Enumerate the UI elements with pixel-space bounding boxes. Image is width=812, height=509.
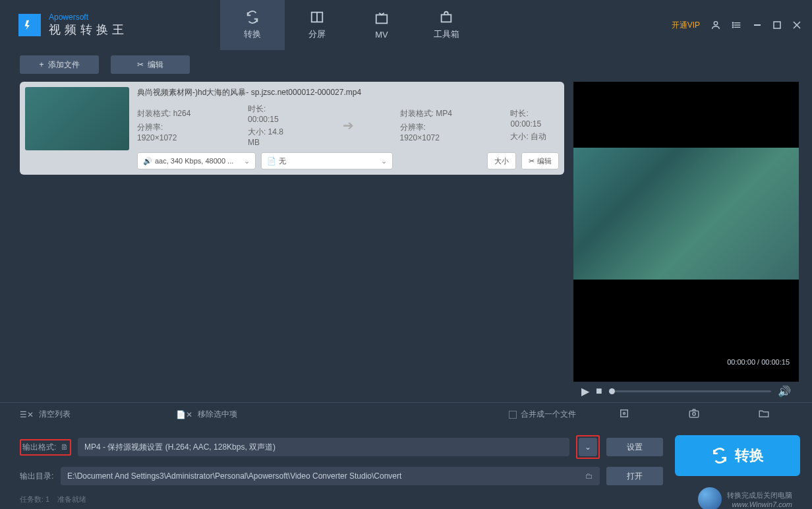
tab-convert-label: 转换 [244,28,261,40]
seek-bar[interactable] [609,390,771,392]
title-right: 开通VIP [672,0,812,50]
edit-button[interactable]: ✂编辑 [111,55,190,74]
src-resolution: 分辨率: 1920×1072 [137,122,202,142]
convert-button[interactable]: 转换 [675,435,800,476]
tab-mv-label: MV [375,30,388,40]
list-action-bar: ☰✕清空列表 📄✕移除选中项 合并成一个文件 [0,402,812,426]
vip-link[interactable]: 开通VIP [672,20,700,31]
stop-button[interactable]: ■ [596,385,602,397]
player-controls: ▶ ■ 🔊 [573,382,799,400]
svg-rect-2 [376,15,388,23]
tab-toolbox-label: 工具箱 [434,28,459,40]
svg-point-9 [732,24,733,25]
dst-resolution: 分辨率: 1920×1072 [400,122,465,142]
output-format-field[interactable]: MP4 - 保持源视频设置 (H.264; AAC, 128Kbps, 双声道) [78,438,569,456]
dst-size: 大小: 自动 [510,131,559,142]
subtitle-icon: 📄 [267,157,276,165]
main-tabs: 转换 分屏 MV 工具箱 [220,0,478,50]
svg-rect-17 [689,411,699,417]
src-size: 大小: 14.8 MB [248,127,297,147]
scissors-icon: ✂ [529,157,535,165]
status-ready: 准备就绪 [57,494,86,504]
svg-point-16 [624,412,625,414]
app-logo-icon [18,14,41,36]
audio-track-dropdown[interactable]: 🔊aac, 340 Kbps, 48000 ...⌄ [137,152,256,169]
preview-panel: 00:00:00 / 00:00:15 ▶ ■ 🔊 [573,82,799,382]
format-icon: 🗎 [61,442,69,452]
src-duration: 时长: 00:00:15 [248,104,297,124]
windows-logo-icon [698,487,722,509]
logo-area: Apowersoft 视频转换王 [0,0,128,50]
format-dropdown-button[interactable]: ⌄ [579,438,597,456]
plus-icon: + [39,60,44,69]
chevron-down-icon: ⌄ [244,157,250,165]
open-button[interactable]: 打开 [606,467,663,485]
svg-rect-3 [442,15,451,22]
clear-list-button[interactable]: ☰✕清空列表 [20,409,71,420]
file-item[interactable]: 典尚视频素材网-)hd大海的风暴- sp.jzsc.net000012-0000… [20,82,564,175]
brand-name: Apowersoft [49,13,128,22]
app-title: 视频转换王 [49,22,128,38]
play-button[interactable]: ▶ [581,385,589,398]
close-button[interactable] [792,20,801,30]
preview-time: 00:00:00 / 00:00:15 [727,358,790,366]
volume-button[interactable]: 🔊 [778,385,791,398]
svg-point-8 [732,22,733,23]
title-bar: Apowersoft 视频转换王 转换 分屏 MV 工具箱 开通VIP [0,0,812,50]
minimize-button[interactable] [753,20,762,30]
file-thumbnail [25,87,129,150]
shutdown-after-label: 转换完成后关闭电脑 [727,491,792,500]
merge-checkbox[interactable]: 合并成一个文件 [509,409,576,420]
seek-thumb[interactable] [609,388,615,394]
dst-codec: 封装格式: MP4 [400,108,465,119]
svg-rect-15 [621,409,628,417]
svg-point-10 [732,27,733,28]
tab-split[interactable]: 分屏 [285,0,349,50]
folder-icon[interactable]: 🗀 [585,471,593,481]
toolbar: +添加文件 ✂编辑 [0,50,812,74]
dst-duration: 时长: 00:00:15 [510,108,559,129]
tab-toolbox[interactable]: 工具箱 [414,0,478,50]
task-count: 任务数: 1 [20,494,49,504]
remove-selected-button[interactable]: 📄✕移除选中项 [176,409,237,420]
watermark-url: www.Winwin7.com [732,500,792,508]
clear-icon: ☰✕ [20,410,34,419]
svg-point-18 [693,412,696,415]
preview-frame [573,148,799,280]
src-codec: 封装格式: h264 [137,108,202,119]
tab-split-label: 分屏 [308,28,326,40]
item-edit-button[interactable]: ✂编辑 [521,152,559,169]
svg-point-4 [714,22,717,25]
size-button[interactable]: 大小 [487,152,516,169]
remove-icon: 📄✕ [176,410,192,419]
tab-mv[interactable]: MV [349,0,414,50]
output-settings: 输出格式: 🗎 MP4 - 保持源视频设置 (H.264; AAC, 128Kb… [0,426,812,489]
subtitle-dropdown[interactable]: 📄无⌄ [261,152,393,169]
scissors-icon: ✂ [137,60,144,69]
menu-icon[interactable] [732,20,742,30]
tab-convert[interactable]: 转换 [220,0,285,50]
svg-rect-12 [774,22,780,28]
file-list: 典尚视频素材网-)hd大海的风暴- sp.jzsc.net000012-0000… [20,82,564,382]
file-name: 典尚视频素材网-)hd大海的风暴- sp.jzsc.net000012-0000… [137,87,559,98]
snapshot-tool-icon[interactable] [688,407,700,422]
chevron-down-icon: ⌄ [381,157,387,165]
status-bar: 任务数: 1 准备就绪 转换完成后关闭电脑 www.Winwin7.com [0,489,812,509]
checkbox-icon [509,411,517,419]
output-format-label: 输出格式: [22,442,57,453]
arrow-right-icon: ➔ [343,117,354,133]
user-icon[interactable] [710,20,721,30]
crop-tool-icon[interactable] [618,407,630,422]
maximize-button[interactable] [772,20,782,30]
output-dir-label: 输出目录: [20,471,54,482]
add-file-button[interactable]: +添加文件 [20,55,99,74]
folder-tool-icon[interactable] [758,407,770,422]
output-dir-field[interactable]: E:\Document And Settings3\Administrator\… [61,467,600,485]
speaker-icon: 🔊 [143,157,152,165]
settings-button[interactable]: 设置 [606,438,663,456]
